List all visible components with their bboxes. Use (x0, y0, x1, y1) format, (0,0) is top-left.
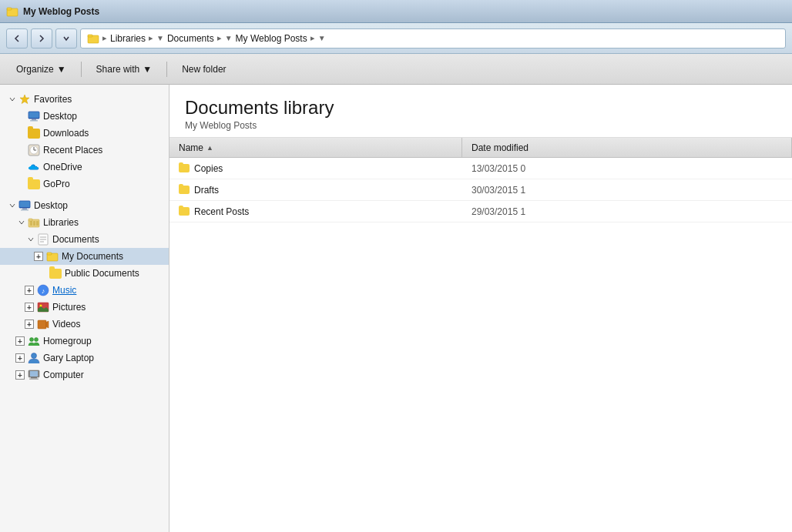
path-myweblogposts-dropdown[interactable]: ▼ (318, 34, 326, 42)
path-documents[interactable]: Documents (167, 33, 214, 44)
music-expand-box[interactable]: + (25, 286, 34, 295)
desktop-spacer (15, 110, 28, 122)
sidebar-item-recent-places[interactable]: Recent Places (0, 142, 169, 159)
libraries-collapse-icon[interactable] (15, 216, 28, 229)
toolbar: Organize ▼ Share with ▼ New folder (0, 54, 792, 85)
gopro-folder-icon (28, 178, 40, 190)
svg-rect-32 (38, 320, 46, 329)
path-documents-dropdown[interactable]: ▼ (225, 34, 233, 42)
computer-label: Computer (43, 370, 84, 380)
svg-rect-19 (30, 221, 32, 226)
sidebar-item-music[interactable]: + ♪ Music (0, 282, 169, 299)
recent-places-icon (28, 144, 40, 156)
desktop-root-collapse-icon[interactable] (6, 199, 18, 212)
public-documents-icon (49, 267, 62, 279)
sidebar-item-my-documents[interactable]: + My Documents (0, 248, 169, 265)
svg-rect-16 (21, 209, 29, 211)
libraries-label: Libraries (43, 217, 79, 228)
svg-point-34 (35, 338, 39, 342)
content-area: Documents library My Weblog Posts Name ▲… (169, 85, 792, 532)
library-subtitle: My Weblog Posts (185, 120, 777, 131)
downloads-label: Downloads (43, 128, 89, 139)
organize-button[interactable]: Organize ▼ (8, 59, 75, 80)
toolbar-separator-2 (166, 62, 167, 77)
videos-icon (37, 318, 49, 330)
svg-rect-13 (19, 201, 30, 208)
sidebar-item-favorites[interactable]: Favorites (0, 91, 169, 108)
recent-button[interactable] (55, 28, 77, 49)
column-date-modified[interactable]: Date modified (462, 138, 792, 157)
content-table: Name ▲ Date modified Copies 13/03/2015 0 (169, 138, 792, 532)
computer-expand-box[interactable]: + (15, 370, 25, 380)
gopro-label: GoPro (43, 179, 70, 189)
svg-rect-5 (29, 112, 39, 119)
homegroup-label: Homegroup (43, 336, 92, 346)
recent-places-spacer (15, 144, 28, 156)
sidebar-item-desktop[interactable]: Desktop (0, 108, 169, 125)
libraries-icon (28, 216, 40, 229)
sidebar-item-gopro[interactable]: GoPro (0, 176, 169, 192)
svg-rect-38 (31, 377, 37, 379)
table-row[interactable]: Recent Posts 29/03/2015 1 (169, 201, 792, 223)
sidebar-item-libraries[interactable]: Libraries (0, 214, 169, 231)
address-bar: ▸ Libraries ▸ ▼ Documents ▸ ▼ My Weblog … (0, 23, 792, 54)
svg-rect-14 (19, 207, 30, 208)
main-container: Favorites Desktop Downloads (0, 85, 792, 532)
sidebar-item-documents[interactable]: Documents (0, 231, 169, 248)
path-libraries-dropdown[interactable]: ▼ (156, 34, 164, 42)
favorites-collapse-icon[interactable] (6, 93, 18, 105)
gary-laptop-icon (28, 352, 40, 364)
sidebar-item-desktop-root[interactable]: Desktop (0, 197, 169, 214)
svg-rect-15 (22, 208, 27, 209)
sidebar-item-public-documents[interactable]: Public Documents (0, 265, 169, 282)
title-bar-icon (6, 5, 18, 18)
row-recent-posts-date: 29/03/2015 1 (462, 206, 792, 217)
table-row[interactable]: Copies 13/03/2015 0 (169, 158, 792, 179)
my-documents-expand-box[interactable]: + (34, 252, 43, 261)
content-header: Documents library My Weblog Posts (169, 85, 792, 138)
row-drafts-name: Drafts (169, 185, 462, 196)
sidebar-item-onedrive[interactable]: OneDrive (0, 159, 169, 176)
row-copies-name: Copies (169, 163, 462, 174)
path-myweblogposts[interactable]: My Weblog Posts (236, 33, 307, 44)
back-button[interactable] (6, 28, 28, 49)
sidebar-item-homegroup[interactable]: + Homegroup (0, 333, 169, 350)
documents-icon (37, 233, 49, 246)
sidebar-item-downloads[interactable]: Downloads (0, 125, 169, 142)
sidebar-item-gary-laptop[interactable]: + Gary Laptop (0, 350, 169, 366)
svg-rect-6 (29, 118, 39, 119)
sidebar-item-pictures[interactable]: + Pictures (0, 299, 169, 316)
recent-places-label: Recent Places (43, 145, 102, 156)
svg-point-33 (30, 338, 34, 342)
svg-rect-20 (33, 221, 35, 226)
pictures-icon (37, 301, 49, 313)
homegroup-expand-box[interactable]: + (15, 336, 25, 346)
table-row[interactable]: Drafts 30/03/2015 1 (169, 179, 792, 201)
documents-collapse-icon[interactable] (25, 233, 37, 246)
pictures-expand-box[interactable]: + (25, 303, 34, 312)
new-folder-button[interactable]: New folder (173, 59, 234, 80)
library-title: Documents library (185, 97, 777, 119)
svg-text:♪: ♪ (42, 287, 45, 295)
music-label[interactable]: Music (52, 285, 76, 296)
drafts-folder-icon (179, 186, 190, 194)
my-documents-label: My Documents (62, 251, 123, 262)
organize-dropdown-icon: ▼ (57, 64, 66, 75)
title-bar: My Weblog Posts (0, 0, 792, 23)
svg-point-35 (32, 353, 37, 359)
downloads-folder-icon (28, 127, 40, 139)
address-path[interactable]: ▸ Libraries ▸ ▼ Documents ▸ ▼ My Weblog … (80, 28, 786, 49)
path-libraries[interactable]: Libraries (110, 33, 146, 44)
table-header: Name ▲ Date modified (169, 138, 792, 158)
gary-laptop-expand-box[interactable]: + (15, 353, 25, 363)
desktop-root-icon (18, 199, 31, 212)
forward-button[interactable] (31, 28, 52, 49)
sidebar-item-computer[interactable]: + Computer (0, 366, 169, 383)
column-name[interactable]: Name ▲ (169, 138, 462, 157)
sidebar-item-videos[interactable]: + Videos (0, 316, 169, 333)
share-with-button[interactable]: Share with ▼ (88, 59, 161, 80)
svg-rect-18 (29, 219, 32, 221)
videos-expand-box[interactable]: + (25, 320, 34, 329)
organize-label: Organize (16, 64, 54, 75)
svg-rect-27 (47, 253, 52, 255)
